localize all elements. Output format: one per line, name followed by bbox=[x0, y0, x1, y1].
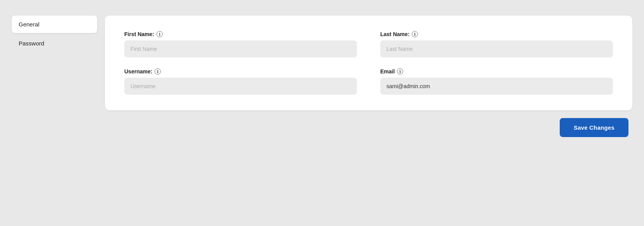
first-name-input[interactable] bbox=[124, 40, 357, 57]
email-field: Email ℹ bbox=[380, 68, 613, 95]
footer-row: Save Changes bbox=[105, 118, 632, 137]
username-info-icon: ℹ bbox=[155, 68, 161, 75]
main-content: First Name: ℹ Last Name: ℹ Username: ℹ bbox=[105, 16, 632, 137]
sidebar-item-label-general: General bbox=[19, 21, 39, 28]
email-info-icon: ℹ bbox=[397, 68, 403, 75]
sidebar-item-password[interactable]: Password bbox=[12, 35, 97, 52]
first-name-info-icon: ℹ bbox=[157, 31, 163, 37]
username-label: Username: ℹ bbox=[124, 68, 357, 75]
save-changes-button[interactable]: Save Changes bbox=[560, 118, 628, 137]
last-name-input[interactable] bbox=[380, 40, 613, 57]
first-name-label: First Name: ℹ bbox=[124, 31, 357, 37]
sidebar-item-label-password: Password bbox=[19, 40, 44, 47]
form-card: First Name: ℹ Last Name: ℹ Username: ℹ bbox=[105, 16, 632, 110]
form-grid: First Name: ℹ Last Name: ℹ Username: ℹ bbox=[124, 31, 613, 95]
last-name-field: Last Name: ℹ bbox=[380, 31, 613, 57]
email-label: Email ℹ bbox=[380, 68, 613, 75]
username-input[interactable] bbox=[124, 78, 357, 95]
sidebar-item-general[interactable]: General bbox=[12, 16, 97, 33]
sidebar: General Password bbox=[12, 16, 97, 52]
username-field: Username: ℹ bbox=[124, 68, 357, 95]
last-name-label: Last Name: ℹ bbox=[380, 31, 613, 37]
last-name-info-icon: ℹ bbox=[412, 31, 418, 37]
first-name-field: First Name: ℹ bbox=[124, 31, 357, 57]
email-input[interactable] bbox=[380, 78, 613, 95]
